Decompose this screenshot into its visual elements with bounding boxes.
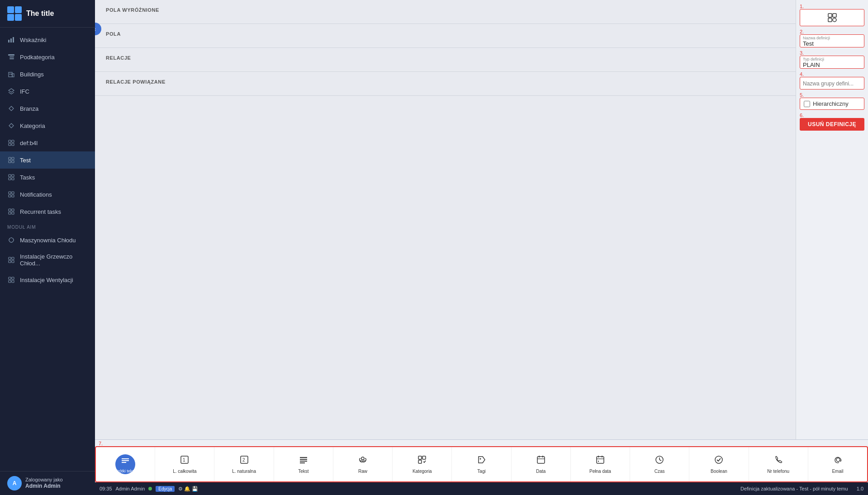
nav-icon-test <box>7 156 15 164</box>
toolbar-item-data[interactable]: Data <box>512 447 571 481</box>
toolbar-label-pelna-data: Pełna data <box>589 469 611 474</box>
svg-rect-23 <box>12 192 14 194</box>
toolbar-item-l-naturalna[interactable]: 2 L. naturalna <box>214 447 274 481</box>
svg-rect-61 <box>418 456 422 459</box>
sidebar-item-branza[interactable]: Branza <box>0 100 95 117</box>
main-content: ‹ POLA WYRÓŻNIONEPOLARELACJERELACJE POWI… <box>95 0 868 495</box>
sidebar-item-buildings[interactable]: Buildings <box>0 66 95 83</box>
panel-icon-button[interactable] <box>800 9 864 26</box>
nav-icon-buildings <box>7 70 15 78</box>
toolbar-item-krotki-tekst[interactable]: Krótki tekst <box>96 447 155 481</box>
hierarchiczny-row: Hierarchiczny <box>800 98 864 110</box>
svg-rect-12 <box>9 143 11 146</box>
footer-user-info: Zalogowany jako Admin Admin <box>25 476 63 490</box>
svg-rect-28 <box>9 212 11 214</box>
toolbar-label-raw: Raw <box>358 469 367 474</box>
svg-rect-15 <box>12 157 14 160</box>
nazwa-definicji-input[interactable] <box>803 40 861 47</box>
panel-label-3: Typ definicji <box>803 57 861 61</box>
nav-icon-wskazniki <box>7 36 15 44</box>
svg-point-59 <box>360 460 362 462</box>
sidebar-item-recurrent-tasks[interactable]: Recurrent tasks <box>0 203 95 220</box>
svg-rect-29 <box>12 212 14 214</box>
panel-number-3: 3. <box>800 50 864 56</box>
sidebar-nav: WskaźnikiPodkategoriaBuildingsIFCBranzaK… <box>0 28 95 471</box>
panel-number-4: 4. <box>800 71 864 77</box>
section-label-relacje: RELACJE <box>106 55 785 61</box>
sidebar-item-test[interactable]: Test <box>0 151 95 169</box>
toolbar-item-email[interactable]: Email <box>808 447 867 481</box>
sidebar-header: The title <box>0 0 95 28</box>
svg-rect-5 <box>9 58 14 59</box>
svg-rect-69 <box>597 457 604 463</box>
svg-text:2: 2 <box>242 457 245 462</box>
section-label-pola: POLA <box>106 31 785 37</box>
toolbar-item-tagi[interactable]: Tagi <box>452 447 511 481</box>
toolbar-item-nr-telefonu[interactable]: Nr telefonu <box>749 447 808 481</box>
section-pola-wyroznione: POLA WYRÓŻNIONE <box>95 0 796 24</box>
svg-rect-24 <box>9 195 11 197</box>
sidebar-item-kategoria[interactable]: Kategoria <box>0 117 95 134</box>
svg-rect-22 <box>9 192 11 194</box>
svg-rect-42 <box>12 280 14 283</box>
toolbar-icon-kategoria <box>417 455 427 467</box>
toolbar-icon-data <box>536 455 546 467</box>
section-pola: POLA <box>95 24 796 48</box>
panel-item-6: 6. USUŃ DEFINICJĘ <box>800 113 864 131</box>
nav-icon-tasks <box>7 173 15 181</box>
status-time: 09:35 <box>100 486 112 491</box>
toolbar-label-data: Data <box>536 469 545 474</box>
sidebar-item-podkategoria[interactable]: Podkategoria <box>0 48 95 66</box>
svg-rect-38 <box>12 260 14 263</box>
svg-rect-16 <box>9 160 11 163</box>
sidebar-item-defb4l[interactable]: def:b4l <box>0 134 95 151</box>
toolbar-item-l-calkowita[interactable]: 1 L. całkowita <box>155 447 214 481</box>
svg-point-58 <box>361 457 364 460</box>
panel-item-3: 3. Typ definicji <box>800 50 864 69</box>
panel-number-5: 5. <box>800 92 864 98</box>
sidebar-item-wskazniki[interactable]: Wskaźniki <box>0 31 95 48</box>
usun-definicje-button[interactable]: USUŃ DEFINICJĘ <box>800 118 864 131</box>
toolbar-item-kategoria[interactable]: Kategoria <box>393 447 452 481</box>
panel-item-4: 4. <box>800 71 864 90</box>
svg-rect-3 <box>8 54 14 56</box>
toolbar-item-boolean[interactable]: Boolean <box>689 447 749 481</box>
nazwa-grupy-input[interactable] <box>803 80 861 87</box>
nav-icon-notifications <box>7 190 15 198</box>
toolbar-item-tekst[interactable]: Tekst <box>274 447 333 481</box>
toolbar-item-czas[interactable]: Czas <box>630 447 689 481</box>
bottom-toolbar: Krótki tekst 1 L. całkowita2 L. naturaln… <box>95 446 868 482</box>
toolbar-icon-raw <box>358 455 368 467</box>
nav-icon-podkategoria <box>7 53 15 61</box>
aim-icon-instalacje-grz <box>7 256 15 264</box>
panel-number-2: 2. <box>800 29 864 34</box>
sidebar-item-tasks[interactable]: Tasks <box>0 169 95 186</box>
nav-label-recurrent-tasks: Recurrent tasks <box>20 208 61 215</box>
status-version: 1.0 <box>857 486 863 491</box>
typ-definicji-input[interactable] <box>803 61 861 68</box>
svg-rect-19 <box>12 174 14 177</box>
toolbar-item-pelna-data[interactable]: Pełna data <box>571 447 630 481</box>
svg-point-46 <box>833 18 836 22</box>
aim-item-maszynownia[interactable]: Maszynownia Chłodu <box>0 231 95 249</box>
toolbar-icon-l-calkowita: 1 <box>180 455 190 467</box>
toolbar-label-czas: Czas <box>655 469 665 474</box>
sidebar-item-notifications[interactable]: Notifications <box>0 186 95 203</box>
toolbar-icon-nr-telefonu <box>773 455 783 467</box>
nav-label-podkategoria: Podkategoria <box>20 54 55 61</box>
sidebar: The title WskaźnikiPodkategoriaBuildings… <box>0 0 95 495</box>
panel-item-1: 1. <box>800 4 864 26</box>
hierarchiczny-checkbox[interactable] <box>804 101 810 107</box>
toolbar-item-raw[interactable]: Raw <box>333 447 393 481</box>
sidebar-item-ifc[interactable]: IFC <box>0 83 95 100</box>
toolbar-icon-tagi <box>477 455 487 467</box>
content-body: POLA WYRÓŻNIONEPOLARELACJERELACJE POWIĄZ… <box>95 0 868 439</box>
toolbar-label-email: Email <box>832 469 843 474</box>
svg-point-30 <box>9 238 14 242</box>
svg-rect-37 <box>9 260 11 263</box>
aim-item-instalacje-grz[interactable]: Instalacje Grzewczo Chłod... <box>0 249 95 271</box>
svg-rect-45 <box>828 18 832 22</box>
aim-item-instalacje-wen[interactable]: Instalacje Wentylacji <box>0 271 95 288</box>
svg-rect-10 <box>9 140 11 142</box>
nav-label-kategoria: Kategoria <box>20 123 45 129</box>
